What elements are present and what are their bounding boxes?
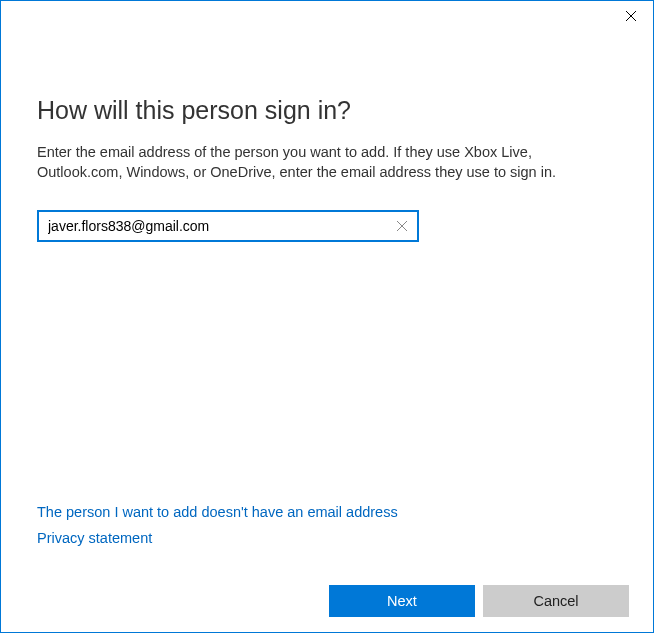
dialog-content: How will this person sign in? Enter the … — [1, 31, 653, 570]
email-input-wrapper — [37, 210, 419, 242]
close-button[interactable] — [608, 1, 653, 31]
dialog-footer: Next Cancel — [1, 570, 653, 632]
spacer — [37, 242, 617, 494]
links-section: The person I want to add doesn't have an… — [37, 494, 617, 570]
cancel-button[interactable]: Cancel — [483, 585, 629, 617]
next-button[interactable]: Next — [329, 585, 475, 617]
close-icon — [626, 11, 636, 21]
description-text: Enter the email address of the person yo… — [37, 143, 617, 182]
no-email-link[interactable]: The person I want to add doesn't have an… — [37, 504, 398, 520]
clear-icon — [397, 221, 407, 231]
email-field[interactable] — [39, 212, 387, 240]
titlebar — [1, 1, 653, 31]
add-user-dialog: How will this person sign in? Enter the … — [0, 0, 654, 633]
page-title: How will this person sign in? — [37, 96, 617, 125]
clear-input-button[interactable] — [387, 212, 417, 240]
privacy-link[interactable]: Privacy statement — [37, 530, 152, 546]
